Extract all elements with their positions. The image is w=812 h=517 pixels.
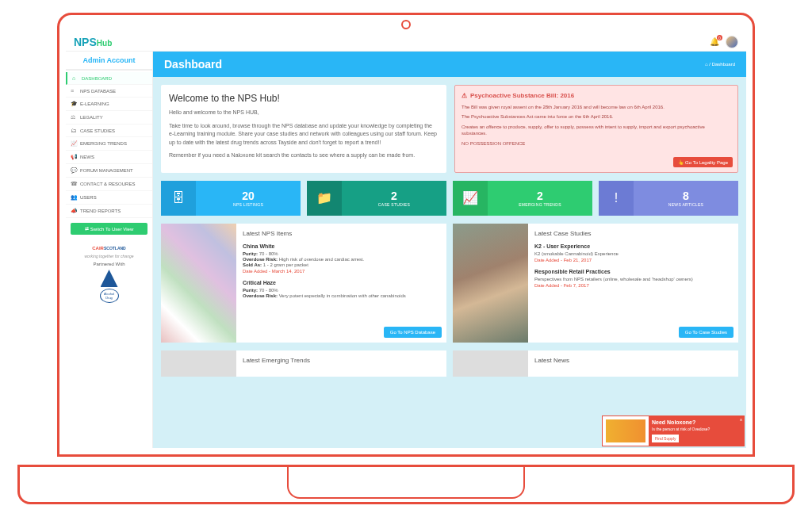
cs-item: Responsible Retail PracticesPerspectives… xyxy=(534,269,732,288)
news-title: Latest News xyxy=(534,357,732,364)
toast-desc: Is the person at risk of Ovedose? xyxy=(652,427,741,431)
stat-number: 20 xyxy=(242,190,255,202)
nav-icon: ≡ xyxy=(71,88,77,94)
nav-item-nps-database[interactable]: ≡NPS DATABASE xyxy=(66,85,152,98)
app-logo[interactable]: NPSHub xyxy=(74,36,112,48)
switch-user-view-button[interactable]: ⇄ Switch To User View xyxy=(71,223,147,235)
alert-text: Creates an offence to produce, supply, o… xyxy=(462,124,731,137)
main-layout: Admin Account ⌂DASHBOARD≡NPS DATABASE🎓E-… xyxy=(66,52,746,448)
alert-text: NO POSSESSION OFFENCE xyxy=(462,140,731,147)
item-risk: Overdose Risk: High risk of overdose and… xyxy=(243,257,440,262)
adp-logo-icon: Alcohol Drug xyxy=(100,289,119,303)
welcome-title: Welcome to the NPS Hub! xyxy=(169,93,439,104)
top-row: Welcome to the NPS Hub! Hello and welcom… xyxy=(161,85,738,173)
nav-icon: 🎓 xyxy=(71,101,77,107)
stat-number: 2 xyxy=(537,190,543,202)
cs-panel-title: Latest Case Studies xyxy=(534,230,732,237)
nav-label: CONTACT & RESOURES xyxy=(80,182,135,186)
stat-label: NPS LISTINGS xyxy=(233,202,263,207)
nav-item-news[interactable]: 📢NEWS xyxy=(66,151,152,164)
nav-icon: 💬 xyxy=(71,167,77,174)
stats-row: 🗄20NPS LISTINGS📁2CASE STUDIES📈2EMERGING … xyxy=(161,181,738,216)
nav-item-e-learning[interactable]: 🎓E-LEARNING xyxy=(66,98,152,111)
nps-image xyxy=(161,224,236,343)
go-to-legality-button[interactable]: 👆 Go To Legality Page xyxy=(673,157,733,167)
nav-item-case-studies[interactable]: 🗂CASE STUDIES xyxy=(66,124,152,137)
alert-text: The Psychoactive Substances Act came int… xyxy=(462,113,731,120)
stat-card[interactable]: 📈2EMERGING TRENDS xyxy=(453,181,592,216)
nav-icon: ⚖ xyxy=(71,114,77,121)
close-icon[interactable]: x xyxy=(740,417,742,422)
panels-row-2: Latest Emerging Trends Latest News xyxy=(161,350,738,377)
trends-image xyxy=(161,350,236,377)
top-bar: NPSHub 🔔0 xyxy=(66,33,746,52)
nav-item-legality[interactable]: ⚖LEGALITY xyxy=(66,111,152,124)
item-desc: Perspectives from NPS retailers (online,… xyxy=(534,277,732,281)
nav-item-contact-resoures[interactable]: ☎CONTACT & RESOURES xyxy=(66,178,152,191)
welcome-text: Hello and welcome to the NPS HUB, xyxy=(169,109,439,117)
nav-label: CASE STUDIES xyxy=(80,128,115,133)
nav-icon: 📣 xyxy=(71,208,77,214)
cair-tagline: working together for change xyxy=(71,254,147,258)
item-title: K2 - User Experience xyxy=(534,243,732,249)
stat-card[interactable]: !8NEWS ARTICLES xyxy=(599,181,738,216)
item-sold: Sold As: 1 - 2 gram per packet xyxy=(243,262,440,267)
nav-label: LEGALITY xyxy=(80,115,103,120)
switch-label: Switch To User View xyxy=(90,227,133,232)
trends-panel: Latest Emerging Trends xyxy=(161,350,446,377)
nps-item: Critical HazePurity: 70 - 80%Overdose Ri… xyxy=(243,280,440,298)
item-date: Date Added - Feb 7, 2017 xyxy=(534,283,732,288)
nav-item-dashboard[interactable]: ⌂DASHBOARD xyxy=(66,72,152,85)
nps-panel-title: Latest NPS Items xyxy=(243,230,440,237)
nps-item: China WhitePurity: 70 - 80%Overdose Risk… xyxy=(243,243,440,274)
stat-card[interactable]: 📁2CASE STUDIES xyxy=(307,181,446,216)
cair-logo: CAIRSCOTLAND xyxy=(71,246,147,251)
topbar-right: 🔔0 xyxy=(710,36,738,48)
nav-item-forum-management[interactable]: 💬FORUM MANAGEMENT xyxy=(66,164,152,178)
news-panel: Latest News xyxy=(453,350,738,377)
stat-label: CASE STUDIES xyxy=(378,202,410,207)
stat-icon: 📈 xyxy=(453,181,488,216)
stat-number: 2 xyxy=(391,190,397,202)
find-supply-button[interactable]: Find Supply xyxy=(652,435,679,442)
welcome-panel: Welcome to the NPS Hub! Hello and welcom… xyxy=(161,85,446,173)
nav-item-users[interactable]: 👥USERS xyxy=(66,191,152,205)
nav-item-emerging-trends[interactable]: 📈EMERGING TRENDS xyxy=(66,137,152,151)
content-area: Welcome to the NPS Hub! Hello and welcom… xyxy=(153,77,746,385)
stat-icon: 📁 xyxy=(307,181,342,216)
nav-icon: 📈 xyxy=(71,140,77,147)
nav-label: EMERGING TRENDS xyxy=(80,141,127,146)
page-header: Dashboard ⌂ / Dashboard xyxy=(153,52,746,77)
nav-label: USERS xyxy=(80,195,97,200)
trends-title: Latest Emerging Trends xyxy=(243,357,440,364)
stat-number: 8 xyxy=(683,190,689,202)
nav-icon: ⌂ xyxy=(72,75,79,81)
breadcrumb[interactable]: ⌂ / Dashboard xyxy=(705,62,735,67)
angus-logo-icon xyxy=(101,270,118,287)
main-content: Dashboard ⌂ / Dashboard Welcome to the N… xyxy=(153,52,746,448)
alert-text: The Bill was given royal assent on the 2… xyxy=(462,104,731,110)
stat-card[interactable]: 🗄20NPS LISTINGS xyxy=(161,181,301,216)
toast-title: Need Noloxone? xyxy=(652,419,741,425)
logo-prefix: NPS xyxy=(74,36,97,48)
nav-label: NPS DATABASE xyxy=(80,89,116,94)
nav-label: E-LEARNING xyxy=(80,101,109,106)
notif-badge: 0 xyxy=(717,35,722,40)
item-desc: K2 (smokable Cannabinoid) Experience xyxy=(534,251,732,256)
partnered-label: Partnered With xyxy=(71,262,147,266)
nav-label: TREND REPORTS xyxy=(80,209,121,213)
item-title: China White xyxy=(243,243,440,249)
welcome-text: Take time to look around, browse through… xyxy=(169,122,439,147)
case-studies-panel: Latest Case Studies K2 - User Experience… xyxy=(453,224,738,343)
user-avatar[interactable] xyxy=(726,36,738,48)
notification-bell-icon[interactable]: 🔔0 xyxy=(710,37,719,46)
sidebar: Admin Account ⌂DASHBOARD≡NPS DATABASE🎓E-… xyxy=(66,52,153,448)
cs-image xyxy=(453,224,528,343)
go-to-case-studies-button[interactable]: Go To Case Studies xyxy=(679,327,733,338)
nav-label: DASHBOARD xyxy=(82,76,112,81)
stat-icon: 🗄 xyxy=(161,181,196,216)
item-purity: Purity: 70 - 80% xyxy=(243,251,440,256)
nav-item-trend-reports[interactable]: 📣TREND REPORTS xyxy=(66,205,152,218)
nav-icon: 📢 xyxy=(71,154,77,160)
go-to-nps-database-button[interactable]: Go To NPS Database xyxy=(384,327,442,338)
